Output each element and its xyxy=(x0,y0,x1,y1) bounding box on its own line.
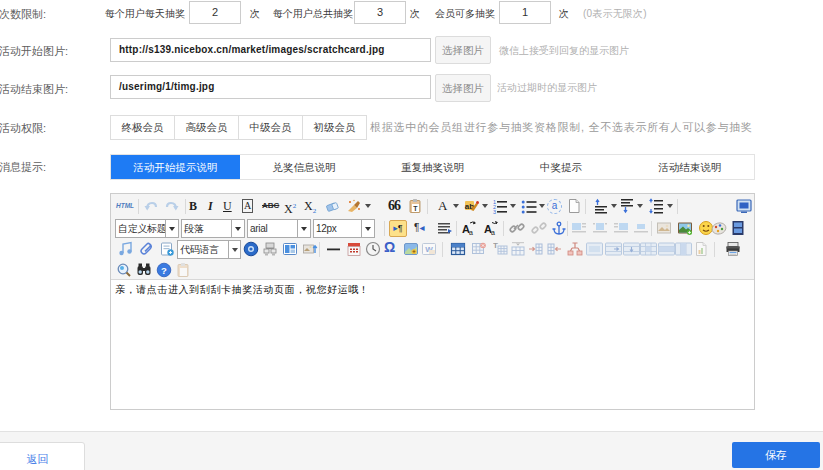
svg-text:3: 3 xyxy=(493,209,496,215)
svg-text:T: T xyxy=(413,205,418,212)
svg-text:T: T xyxy=(493,241,498,250)
svg-text:a: a xyxy=(491,229,495,236)
svg-text:?: ? xyxy=(161,265,167,276)
svg-text:a: a xyxy=(469,229,473,236)
